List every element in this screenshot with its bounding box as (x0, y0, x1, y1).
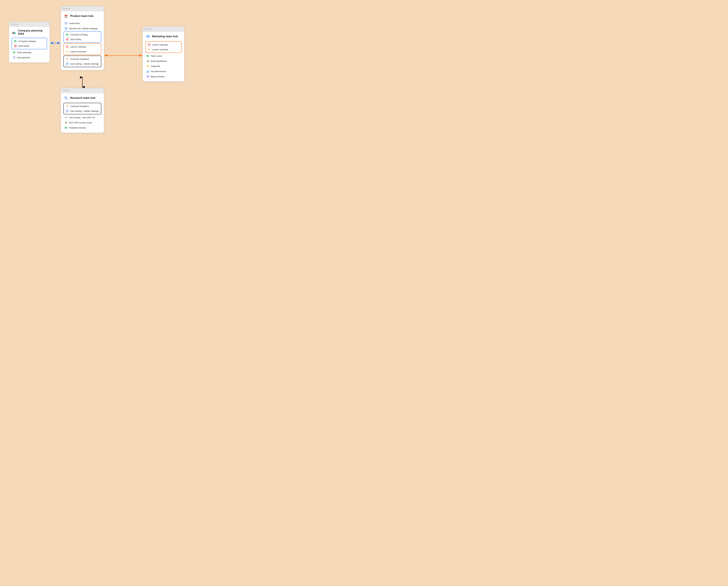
svg-rect-33 (66, 46, 69, 48)
strategy-icon (14, 40, 17, 43)
company-strategy-item[interactable]: Company strategy (13, 39, 46, 44)
research-hub-window: Research team hub Customer feedback User… (61, 88, 104, 133)
dot-1 (11, 23, 13, 25)
svg-rect-61 (149, 70, 149, 73)
retrospective-item[interactable]: Retrospective (11, 55, 47, 60)
svg-rect-29 (67, 34, 68, 35)
product-okrs-label: 2024 OKRs (70, 38, 81, 41)
svg-rect-85 (65, 127, 66, 128)
dot-2 (14, 23, 16, 25)
product-launch-check-item[interactable]: Launch checklist (65, 49, 100, 54)
marketing-launch-cal-label: Launch calendar (152, 44, 168, 46)
marketing-title-text: Marketing team hub (152, 35, 178, 38)
svg-rect-58 (147, 66, 149, 67)
mkt-launch-check-icon (148, 48, 151, 51)
useful-links-item[interactable]: Useful links (63, 21, 101, 26)
customer-feedback-icon (66, 57, 69, 60)
svg-rect-7 (16, 41, 17, 42)
retrospective-icon (12, 56, 16, 59)
svg-rect-3 (15, 33, 16, 34)
company-planning-window: Company planning 2024 Company strategy 2… (9, 22, 50, 62)
ad-performance-icon (146, 70, 150, 73)
product-black-group: Customer feedback User testing - mobile … (63, 56, 101, 67)
brand-guidelines-label: Brand guidelines (151, 60, 167, 62)
dot-1 (63, 90, 65, 92)
product-okrs-icon (66, 38, 69, 41)
svg-rect-1 (12, 32, 13, 34)
svg-point-81 (66, 118, 66, 119)
product-customer-feedback-item[interactable]: Customer feedback (65, 56, 100, 61)
feedback-themes-item[interactable]: Feedback themes (63, 125, 101, 130)
dot-2 (66, 8, 67, 9)
decision-doc-item[interactable]: Decision doc: Mobile redesign (63, 26, 101, 31)
product-strategy-label: Company strategy (70, 33, 88, 36)
research-titlebar (61, 88, 104, 93)
product-titlebar (61, 6, 104, 11)
dot-3 (150, 28, 152, 30)
team-roster-label: Team roster (151, 55, 162, 57)
dot-3 (17, 23, 18, 25)
dot-1 (145, 28, 147, 30)
nps-survey-item[interactable]: 9/23: NPS survey recap (63, 120, 101, 125)
marketing-title-row: Marketing team hub (145, 34, 182, 39)
product-launch-cal-item[interactable]: Launch calendar (65, 44, 100, 49)
product-okrs-item[interactable]: 2024 OKRs (65, 37, 100, 42)
company-blue-group: Company strategy 2024 OKRs (11, 38, 47, 49)
launch-cal-icon (66, 45, 69, 48)
svg-rect-12 (14, 52, 15, 53)
company-body: Company planning 2024 Company strategy 2… (9, 27, 50, 62)
marketing-launch-cal-item[interactable]: Launch calendar (147, 42, 180, 47)
feedback-themes-icon (64, 126, 68, 129)
swipe-file-item[interactable]: Swipe file (145, 64, 182, 69)
product-title-icon (63, 14, 69, 19)
swipe-file-icon (146, 65, 150, 68)
company-strategy-label: Company strategy (18, 40, 36, 43)
svg-rect-2 (14, 32, 15, 34)
svg-rect-55 (148, 56, 148, 56)
swipe-file-label: Swipe file (151, 65, 160, 68)
user-testing-sso-label: User testing - new SSO UX (69, 116, 95, 119)
user-testing-sso-item[interactable]: User testing - new SSO UX (63, 115, 101, 120)
ad-performance-item[interactable]: Ad performance (145, 69, 182, 74)
product-strategy-item[interactable]: Company strategy (65, 32, 100, 37)
svg-point-16 (14, 58, 15, 58)
team-planning-item[interactable]: Team planning (11, 50, 47, 55)
marketing-launch-check-label: Launch checklist (152, 48, 168, 51)
research-title-text: Research team hub (70, 96, 95, 100)
svg-point-40 (67, 58, 68, 59)
product-customer-feedback-label: Customer feedback (70, 58, 89, 60)
svg-rect-59 (147, 72, 147, 73)
dot-3 (68, 90, 70, 92)
dot-1 (63, 8, 65, 9)
svg-rect-87 (67, 127, 67, 128)
product-launch-cal-label: Launch calendar (70, 46, 86, 48)
marketing-launch-check-item[interactable]: Launch checklist (147, 47, 180, 52)
team-planning-label: Team planning (17, 51, 31, 54)
product-user-testing-item[interactable]: User testing - mobile redesign (65, 61, 100, 66)
product-hub-window: Product team hub Useful links Decision d… (61, 6, 104, 70)
decision-doc-icon (64, 27, 68, 30)
team-roster-item[interactable]: Team roster (145, 53, 182, 58)
useful-links-icon (64, 22, 68, 25)
svg-point-9 (15, 46, 16, 46)
dot-2 (66, 90, 67, 92)
svg-point-14 (13, 57, 14, 57)
svg-line-67 (67, 98, 68, 100)
user-testing-sso-icon (64, 116, 68, 119)
company-okrs-item[interactable]: 2024 OKRs (13, 44, 46, 48)
blog-schedule-label: Blog schedule (151, 75, 164, 78)
svg-rect-86 (66, 127, 67, 128)
brand-guidelines-item[interactable]: Brand guidelines (145, 59, 182, 63)
research-user-testing-item[interactable]: User testing - mobile redesign (65, 109, 100, 113)
svg-point-71 (67, 105, 68, 106)
svg-point-82 (66, 117, 66, 117)
research-user-testing-label: User testing - mobile redesign (70, 110, 99, 112)
svg-point-46 (146, 36, 147, 37)
product-strategy-icon (66, 33, 69, 36)
team-roster-icon (146, 54, 150, 57)
user-testing-icon (66, 62, 69, 66)
company-okrs-label: 2024 OKRs (18, 45, 29, 47)
dot-3 (68, 8, 70, 9)
blog-schedule-item[interactable]: Blog schedule (145, 74, 182, 79)
research-customer-feedback-item[interactable]: Customer feedback (65, 104, 100, 109)
